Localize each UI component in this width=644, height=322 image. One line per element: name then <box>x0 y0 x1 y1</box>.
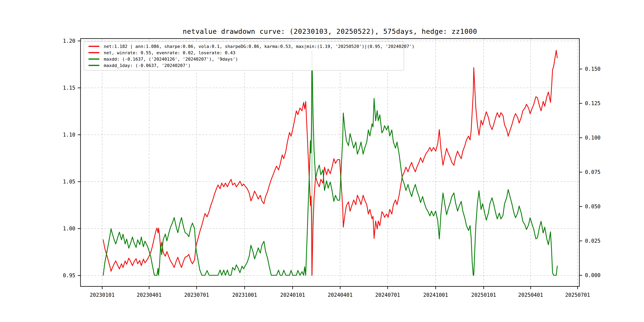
left-tick-label: 1.05 <box>63 179 75 185</box>
axis-ticks <box>78 41 582 289</box>
legend-item-maxdd: maxdd: (-0.1637, ('20240126', '20240207'… <box>85 56 404 62</box>
right-tick-label: 0.050 <box>585 204 600 210</box>
legend: net:1.182 | ann:1.086, sharpe:0.86, vola… <box>84 41 404 70</box>
gridlines <box>80 38 580 286</box>
x-tick-label: 20240401 <box>328 292 352 298</box>
left-tick-label: 1.20 <box>63 38 75 44</box>
right-tick-label: 0.000 <box>585 272 600 278</box>
legend-label: net, winrate: 0.55, evenrate: 0.02, lose… <box>104 50 235 55</box>
legend-label: maxdd_1day: (-0.0637, '20240207') <box>104 63 190 68</box>
x-tick-label: 20230701 <box>184 292 209 298</box>
maxdd-line-swatch <box>88 58 100 60</box>
legend-item-net-rates: net, winrate: 0.55, evenrate: 0.02, lose… <box>85 50 404 56</box>
left-tick-label: 1.00 <box>63 226 75 232</box>
x-tick-label: 20250401 <box>518 292 543 298</box>
figure: 1.201.151.101.051.000.950.1500.1250.1000… <box>0 0 644 322</box>
x-tick-label: 20240701 <box>375 292 400 298</box>
left-tick-label: 1.15 <box>63 85 75 91</box>
maxdd-line <box>103 51 557 276</box>
right-tick-label: 0.075 <box>585 169 600 175</box>
x-tick-label: 20240101 <box>280 292 305 298</box>
x-tick-label: 20241001 <box>423 292 448 298</box>
legend-label: net:1.182 | ann:1.086, sharpe:0.86, vola… <box>104 44 414 49</box>
x-tick-label: 20230401 <box>137 292 162 298</box>
x-tick-label: 20250701 <box>565 292 590 298</box>
net-line <box>103 50 557 276</box>
x-tick-label: 20250101 <box>471 292 496 298</box>
right-tick-label: 0.125 <box>585 100 600 106</box>
left-tick-label: 0.95 <box>63 272 75 278</box>
plot-border <box>80 38 580 286</box>
right-tick-label: 0.025 <box>585 238 600 244</box>
axes-spines <box>80 38 580 286</box>
maxdd-1day-line-swatch <box>88 65 100 66</box>
x-tick-label: 20231001 <box>232 292 257 298</box>
chart-title: netvalue drawdown curve: (20230103, 2025… <box>183 28 477 36</box>
net-line-swatch <box>88 52 100 53</box>
legend-item-net-stats: net:1.182 | ann:1.086, sharpe:0.86, vola… <box>85 43 404 50</box>
legend-label: maxdd: (-0.1637, ('20240126', '20240207'… <box>104 57 238 62</box>
net-line-swatch <box>88 46 100 47</box>
curves <box>103 50 557 276</box>
right-tick-label: 0.150 <box>585 66 600 72</box>
legend-item-maxdd-1day: maxdd_1day: (-0.0637, '20240207') <box>85 62 404 68</box>
x-tick-label: 20230101 <box>90 292 114 298</box>
right-tick-label: 0.100 <box>585 135 600 141</box>
left-tick-label: 1.10 <box>63 132 75 138</box>
